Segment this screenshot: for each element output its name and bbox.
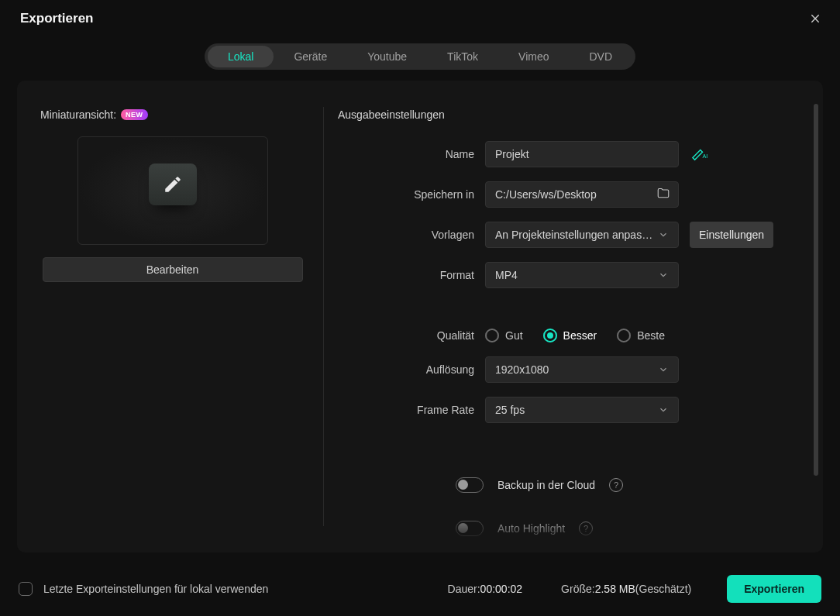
label-name: Name bbox=[338, 148, 474, 160]
row-framerate: Frame Rate 25 fps bbox=[338, 397, 795, 423]
framerate-value: 25 fps bbox=[495, 404, 658, 416]
label-templates: Vorlagen bbox=[338, 229, 474, 241]
export-button[interactable]: Exportieren bbox=[727, 575, 821, 603]
settings-heading: Ausgabeeinstellungen bbox=[338, 108, 795, 121]
new-badge: NEW bbox=[121, 109, 148, 120]
label-save-in: Speichern in bbox=[338, 188, 474, 201]
dialog-footer: Letzte Exporteinstellungen für lokal ver… bbox=[0, 562, 840, 616]
label-framerate: Frame Rate bbox=[338, 404, 474, 416]
cloud-backup-toggle[interactable] bbox=[456, 477, 484, 493]
dialog-title: Exportieren bbox=[20, 11, 93, 26]
thumbnail-placeholder bbox=[149, 163, 197, 205]
label-quality: Qualität bbox=[338, 329, 474, 342]
row-name: Name AI bbox=[338, 141, 795, 167]
quality-option-label: Besser bbox=[563, 329, 597, 342]
duration-label: Dauer:00:00:02 bbox=[448, 583, 523, 595]
scrollbar-track[interactable] bbox=[814, 104, 818, 552]
tab-youtube[interactable]: Youtube bbox=[347, 46, 427, 67]
format-select[interactable]: MP4 bbox=[485, 262, 679, 288]
name-input-wrap bbox=[485, 141, 679, 167]
browse-folder-button[interactable] bbox=[656, 187, 670, 203]
framerate-select[interactable]: 25 fps bbox=[485, 397, 679, 423]
thumbnail-preview[interactable] bbox=[77, 136, 268, 245]
tab-dvd[interactable]: DVD bbox=[569, 46, 632, 67]
ai-name-button[interactable]: AI bbox=[690, 145, 708, 163]
quality-radio-gut[interactable]: Gut bbox=[485, 329, 523, 342]
label-resolution: Auflösung bbox=[338, 363, 474, 376]
help-icon[interactable]: ? bbox=[579, 521, 593, 535]
thumbnail-column: Miniaturansicht: NEW Bearbeiten bbox=[17, 81, 323, 552]
chevron-down-icon bbox=[658, 270, 669, 280]
row-save-in: Speichern in C:/Users/ws/Desktop bbox=[338, 181, 795, 208]
auto-highlight-toggle[interactable] bbox=[456, 521, 484, 536]
resolution-select[interactable]: 1920x1080 bbox=[485, 356, 679, 383]
auto-highlight-label: Auto Highlight bbox=[497, 522, 565, 535]
template-settings-button[interactable]: Einstellungen bbox=[690, 222, 773, 248]
scrollbar-thumb[interactable] bbox=[814, 104, 818, 476]
row-format: Format MP4 bbox=[338, 262, 795, 288]
cloud-backup-label: Backup in der Cloud bbox=[497, 479, 595, 491]
row-resolution: Auflösung 1920x1080 bbox=[338, 356, 795, 383]
close-button[interactable] bbox=[807, 11, 823, 26]
size-suffix: (Geschätzt) bbox=[635, 583, 691, 595]
svg-text:AI: AI bbox=[703, 153, 708, 160]
chevron-down-icon bbox=[658, 229, 669, 240]
remember-settings-checkbox[interactable] bbox=[19, 582, 33, 596]
label-format: Format bbox=[338, 269, 474, 281]
tab-lokal[interactable]: Lokal bbox=[208, 46, 274, 67]
tab-tiktok[interactable]: TikTok bbox=[427, 46, 498, 67]
tab-vimeo[interactable]: Vimeo bbox=[498, 46, 569, 67]
settings-column: Ausgabeeinstellungen Name AI Speichern i… bbox=[324, 81, 823, 552]
quality-option-label: Gut bbox=[505, 329, 523, 342]
quality-radio-beste[interactable]: Beste bbox=[617, 329, 665, 342]
ai-wand-icon: AI bbox=[690, 147, 707, 161]
templates-value: An Projekteinstellungen anpassen bbox=[495, 229, 658, 241]
size-value: 2.58 MB bbox=[595, 583, 635, 595]
help-icon[interactable]: ? bbox=[609, 478, 623, 492]
edit-thumbnail-button[interactable]: Bearbeiten bbox=[43, 257, 303, 282]
templates-select[interactable]: An Projekteinstellungen anpassen bbox=[485, 222, 679, 248]
quality-radio-besser[interactable]: Besser bbox=[543, 329, 597, 342]
pencil-icon bbox=[163, 174, 183, 194]
format-value: MP4 bbox=[495, 269, 658, 281]
row-quality: Qualität Gut Besser Beste bbox=[338, 329, 795, 342]
export-dialog: Exportieren Lokal Geräte Youtube TikTok … bbox=[0, 0, 840, 616]
main-panel: Miniaturansicht: NEW Bearbeiten Ausgabee… bbox=[17, 81, 823, 552]
resolution-value: 1920x1080 bbox=[495, 363, 658, 376]
settings-list: Name AI Speichern in C:/Users/ws/Desktop bbox=[338, 141, 795, 544]
name-input[interactable] bbox=[495, 148, 669, 160]
folder-icon bbox=[656, 187, 670, 201]
remember-settings-label: Letzte Exporteinstellungen für lokal ver… bbox=[43, 583, 268, 595]
size-label: Größe:2.58 MB(Geschätzt) bbox=[561, 583, 691, 595]
row-cloud-backup: Backup in der Cloud ? bbox=[338, 477, 795, 493]
close-icon bbox=[809, 12, 821, 25]
quality-option-label: Beste bbox=[637, 329, 665, 342]
titlebar: Exportieren bbox=[0, 0, 840, 40]
thumbnail-label: Miniaturansicht: bbox=[40, 108, 116, 121]
tab-geraete[interactable]: Geräte bbox=[274, 46, 347, 67]
row-auto-highlight: Auto Highlight ? bbox=[338, 521, 795, 536]
save-path-field[interactable]: C:/Users/ws/Desktop bbox=[485, 181, 679, 208]
duration-value: 00:00:02 bbox=[480, 583, 523, 595]
quality-radio-group: Gut Besser Beste bbox=[485, 329, 665, 342]
save-path-value: C:/Users/ws/Desktop bbox=[495, 188, 669, 201]
row-templates: Vorlagen An Projekteinstellungen anpasse… bbox=[338, 222, 795, 248]
tabs-bar: Lokal Geräte Youtube TikTok Vimeo DVD bbox=[0, 40, 840, 81]
chevron-down-icon bbox=[658, 404, 669, 415]
chevron-down-icon bbox=[658, 364, 669, 375]
